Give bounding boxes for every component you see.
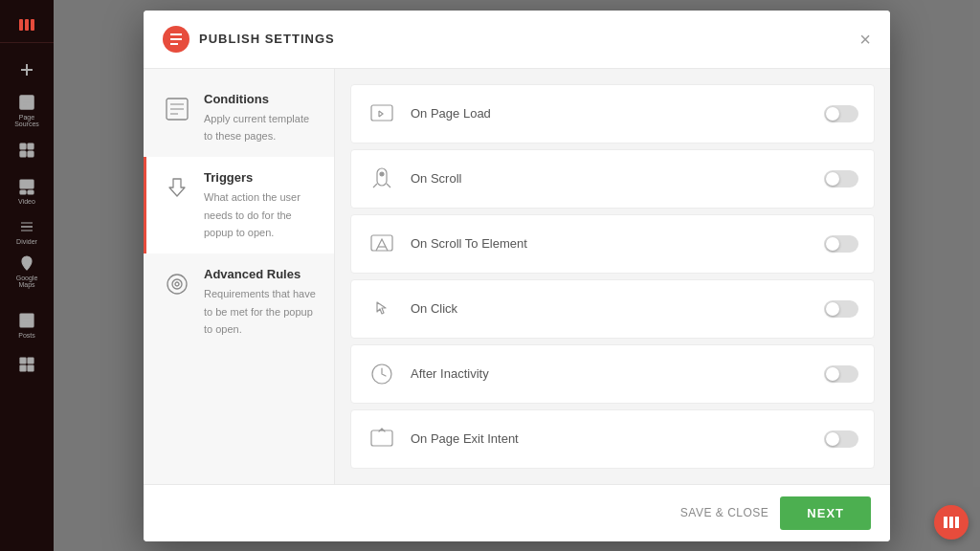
svg-rect-10: [28, 143, 33, 149]
svg-rect-2: [31, 19, 34, 31]
svg-rect-38: [371, 235, 392, 251]
click-icon: [367, 294, 397, 324]
scroll-to-element-icon: [367, 229, 397, 259]
sidebar-posts-icon[interactable]: Posts: [10, 307, 44, 342]
svg-rect-0: [19, 19, 23, 31]
triggers-text: Triggers What action the user needs to d…: [204, 170, 319, 240]
sidebar-grid-icon[interactable]: [10, 347, 44, 382]
svg-rect-12: [28, 151, 33, 157]
svg-rect-15: [28, 190, 33, 194]
inactivity-icon: [367, 359, 397, 389]
editor-background: Page Sources Video Divider Google Maps P…: [0, 0, 980, 551]
trigger-on-click: On Click: [350, 279, 875, 339]
trigger-on-scroll: On Scroll: [350, 149, 875, 209]
scroll-icon: [367, 164, 397, 194]
sidebar-templates-icon[interactable]: Video: [10, 173, 44, 208]
modal-overlay: PUBLISH SETTINGS ×: [54, 0, 980, 551]
nav-item-triggers[interactable]: Triggers What action the user needs to d…: [144, 157, 334, 253]
svg-point-33: [172, 279, 182, 289]
modal-footer: SAVE & CLOSE NEXT: [144, 484, 890, 541]
modal-title: PUBLISH SETTINGS: [199, 32, 335, 46]
triggers-content: On Page Load: [335, 69, 890, 484]
trigger-on-page-load: On Page Load: [350, 84, 875, 143]
svg-rect-24: [20, 358, 26, 364]
modal-header: PUBLISH SETTINGS ×: [144, 11, 890, 69]
svg-rect-42: [944, 517, 947, 528]
svg-point-37: [380, 172, 384, 176]
editor-sidebar: Page Sources Video Divider Google Maps P…: [0, 0, 54, 551]
svg-point-32: [167, 275, 187, 294]
page-load-icon: [367, 99, 397, 129]
exit-intent-icon: [367, 424, 397, 454]
toggle-on-scroll[interactable]: [824, 170, 858, 187]
sidebar-map-icon[interactable]: Google Maps: [10, 253, 44, 288]
svg-rect-14: [20, 190, 26, 194]
svg-rect-13: [20, 180, 33, 188]
toggle-on-scroll-to-element[interactable]: [824, 235, 858, 253]
svg-rect-27: [28, 365, 33, 371]
toggle-on-page-exit-intent[interactable]: [824, 430, 858, 448]
sidebar-add-icon[interactable]: [10, 53, 44, 87]
sidebar-widget-icon[interactable]: [10, 133, 44, 167]
triggers-icon: [162, 172, 192, 203]
svg-point-19: [26, 260, 29, 263]
next-button[interactable]: NEXT: [780, 496, 871, 530]
toggle-after-inactivity[interactable]: [824, 365, 858, 383]
nav-item-advanced-rules[interactable]: Advanced Rules Requirements that have to…: [144, 253, 334, 350]
advanced-rules-icon: [162, 269, 192, 299]
svg-rect-26: [20, 365, 26, 371]
nav-item-conditions[interactable]: Conditions Apply current template to the…: [144, 78, 334, 158]
toggle-on-page-load[interactable]: [824, 105, 858, 122]
trigger-list: On Page Load: [350, 84, 875, 469]
modal-navigation: Conditions Apply current template to the…: [144, 69, 335, 484]
modal-header-icon: [163, 26, 189, 53]
svg-rect-25: [28, 358, 33, 364]
svg-rect-1: [25, 19, 29, 31]
advanced-rules-text: Advanced Rules Requirements that have to…: [204, 267, 319, 337]
sidebar-logo: [0, 8, 54, 43]
trigger-after-inactivity: After Inactivity: [350, 344, 875, 404]
svg-rect-9: [20, 143, 26, 149]
elementor-fab-button[interactable]: [934, 505, 969, 540]
editor-main: PUBLISH SETTINGS ×: [54, 0, 980, 551]
trigger-on-scroll-to-element: On Scroll To Element: [350, 214, 875, 274]
sidebar-pages-icon[interactable]: Page Sources: [10, 93, 44, 127]
trigger-on-page-exit-intent: On Page Exit Intent: [350, 409, 875, 469]
modal-body: Conditions Apply current template to the…: [144, 69, 890, 484]
save-close-button[interactable]: SAVE & CLOSE: [680, 506, 768, 519]
toggle-on-click[interactable]: [824, 300, 858, 318]
modal-close-button[interactable]: ×: [859, 30, 871, 49]
conditions-icon: [162, 94, 192, 124]
svg-rect-36: [377, 168, 387, 186]
svg-rect-11: [20, 151, 26, 157]
svg-rect-43: [949, 517, 953, 528]
svg-point-34: [175, 282, 179, 286]
svg-rect-44: [955, 517, 959, 528]
conditions-text: Conditions Apply current template to the…: [204, 92, 319, 144]
publish-settings-modal: PUBLISH SETTINGS ×: [144, 11, 890, 541]
sidebar-divider-icon[interactable]: Divider: [10, 213, 44, 248]
svg-rect-41: [371, 430, 392, 446]
